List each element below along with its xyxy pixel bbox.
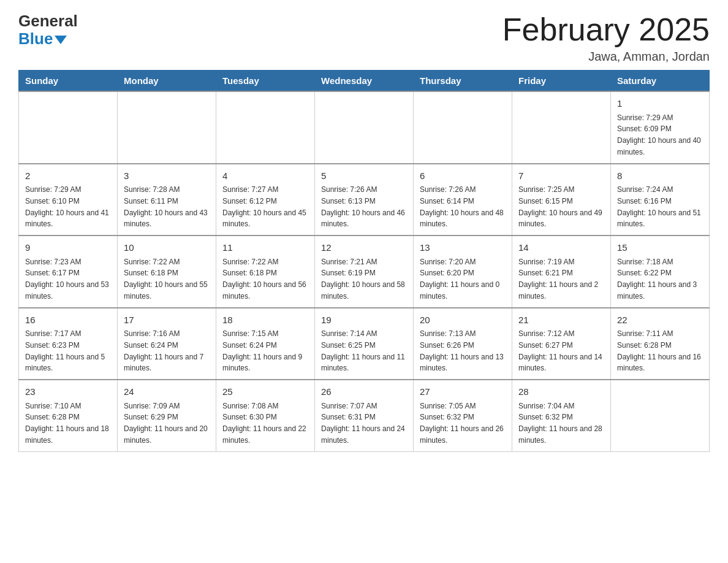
calendar-cell: 13Sunrise: 7:20 AMSunset: 6:20 PMDayligh… [414,236,512,308]
day-info: Sunrise: 7:24 AMSunset: 6:16 PMDaylight:… [617,185,701,228]
calendar-cell: 23Sunrise: 7:10 AMSunset: 6:28 PMDayligh… [19,380,118,451]
day-number: 2 [25,169,111,183]
day-number: 8 [617,169,703,183]
day-number: 11 [222,241,308,255]
day-header-thursday: Thursday [414,71,512,92]
logo: General Blue [18,12,78,47]
calendar-cell: 21Sunrise: 7:12 AMSunset: 6:27 PMDayligh… [512,308,611,380]
day-info: Sunrise: 7:29 AMSunset: 6:09 PMDaylight:… [617,113,701,156]
day-info: Sunrise: 7:15 AMSunset: 6:24 PMDaylight:… [222,329,302,372]
week-row-3: 9Sunrise: 7:23 AMSunset: 6:17 PMDaylight… [19,236,710,308]
calendar-cell: 2Sunrise: 7:29 AMSunset: 6:10 PMDaylight… [19,164,118,236]
day-number: 21 [518,313,604,327]
day-info: Sunrise: 7:19 AMSunset: 6:21 PMDaylight:… [518,258,598,301]
calendar-table: SundayMondayTuesdayWednesdayThursdayFrid… [18,70,710,452]
calendar-cell: 14Sunrise: 7:19 AMSunset: 6:21 PMDayligh… [512,236,611,308]
day-header-row: SundayMondayTuesdayWednesdayThursdayFrid… [19,71,710,92]
day-header-monday: Monday [118,71,216,92]
day-number: 23 [25,385,111,399]
day-info: Sunrise: 7:28 AMSunset: 6:11 PMDaylight:… [124,185,208,228]
calendar-header: SundayMondayTuesdayWednesdayThursdayFrid… [19,71,710,92]
calendar-cell [19,91,118,164]
calendar-cell [118,91,216,164]
page-header: General Blue February 2025 Jawa, Amman, … [18,12,710,64]
calendar-cell: 26Sunrise: 7:07 AMSunset: 6:31 PMDayligh… [315,380,414,451]
calendar-cell: 8Sunrise: 7:24 AMSunset: 6:16 PMDaylight… [611,164,710,236]
calendar-cell: 1Sunrise: 7:29 AMSunset: 6:09 PMDaylight… [611,91,710,164]
calendar-cell: 4Sunrise: 7:27 AMSunset: 6:12 PMDaylight… [216,164,315,236]
week-row-4: 16Sunrise: 7:17 AMSunset: 6:23 PMDayligh… [19,308,710,380]
day-header-sunday: Sunday [19,71,118,92]
day-number: 26 [321,385,407,399]
day-header-tuesday: Tuesday [216,71,315,92]
calendar-cell [414,91,512,164]
calendar-cell: 24Sunrise: 7:09 AMSunset: 6:29 PMDayligh… [118,380,216,451]
day-info: Sunrise: 7:16 AMSunset: 6:24 PMDaylight:… [124,329,203,372]
calendar-cell: 10Sunrise: 7:22 AMSunset: 6:18 PMDayligh… [118,236,216,308]
day-info: Sunrise: 7:25 AMSunset: 6:15 PMDaylight:… [518,185,602,228]
day-info: Sunrise: 7:17 AMSunset: 6:23 PMDaylight:… [25,329,105,372]
calendar-cell [315,91,414,164]
day-number: 15 [617,241,703,255]
day-info: Sunrise: 7:29 AMSunset: 6:10 PMDaylight:… [25,185,109,228]
day-info: Sunrise: 7:26 AMSunset: 6:13 PMDaylight:… [321,185,405,228]
calendar-cell: 6Sunrise: 7:26 AMSunset: 6:14 PMDaylight… [414,164,512,236]
week-row-1: 1Sunrise: 7:29 AMSunset: 6:09 PMDaylight… [19,91,710,164]
day-info: Sunrise: 7:10 AMSunset: 6:28 PMDaylight:… [25,402,109,445]
day-number: 10 [124,241,210,255]
calendar-cell: 27Sunrise: 7:05 AMSunset: 6:32 PMDayligh… [414,380,512,451]
day-number: 4 [222,169,308,183]
calendar-cell: 22Sunrise: 7:11 AMSunset: 6:28 PMDayligh… [611,308,710,380]
calendar-cell: 7Sunrise: 7:25 AMSunset: 6:15 PMDaylight… [512,164,611,236]
calendar-cell: 11Sunrise: 7:22 AMSunset: 6:18 PMDayligh… [216,236,315,308]
day-number: 20 [420,313,506,327]
calendar-body: 1Sunrise: 7:29 AMSunset: 6:09 PMDaylight… [19,91,710,451]
location-subtitle: Jawa, Amman, Jordan [502,50,710,64]
day-info: Sunrise: 7:22 AMSunset: 6:18 PMDaylight:… [222,258,306,301]
calendar-cell: 3Sunrise: 7:28 AMSunset: 6:11 PMDaylight… [118,164,216,236]
day-number: 24 [124,385,210,399]
calendar-cell: 17Sunrise: 7:16 AMSunset: 6:24 PMDayligh… [118,308,216,380]
day-info: Sunrise: 7:26 AMSunset: 6:14 PMDaylight:… [420,185,504,228]
day-info: Sunrise: 7:27 AMSunset: 6:12 PMDaylight:… [222,185,306,228]
day-number: 27 [420,385,506,399]
day-number: 3 [124,169,210,183]
week-row-5: 23Sunrise: 7:10 AMSunset: 6:28 PMDayligh… [19,380,710,451]
day-number: 18 [222,313,308,327]
calendar-cell: 19Sunrise: 7:14 AMSunset: 6:25 PMDayligh… [315,308,414,380]
day-info: Sunrise: 7:23 AMSunset: 6:17 PMDaylight:… [25,258,109,301]
day-number: 6 [420,169,506,183]
day-info: Sunrise: 7:21 AMSunset: 6:19 PMDaylight:… [321,258,405,301]
day-number: 1 [617,97,703,111]
day-info: Sunrise: 7:22 AMSunset: 6:18 PMDaylight:… [124,258,208,301]
logo-triangle-icon [55,36,67,44]
logo-blue-text: Blue [18,30,67,48]
calendar-cell [512,91,611,164]
day-info: Sunrise: 7:05 AMSunset: 6:32 PMDaylight:… [420,402,504,445]
calendar-cell: 18Sunrise: 7:15 AMSunset: 6:24 PMDayligh… [216,308,315,380]
day-number: 14 [518,241,604,255]
day-number: 16 [25,313,111,327]
title-block: February 2025 Jawa, Amman, Jordan [502,12,710,64]
day-info: Sunrise: 7:14 AMSunset: 6:25 PMDaylight:… [321,329,405,372]
day-info: Sunrise: 7:13 AMSunset: 6:26 PMDaylight:… [420,329,504,372]
calendar-cell: 12Sunrise: 7:21 AMSunset: 6:19 PMDayligh… [315,236,414,308]
day-header-wednesday: Wednesday [315,71,414,92]
day-info: Sunrise: 7:18 AMSunset: 6:22 PMDaylight:… [617,258,697,301]
calendar-cell [216,91,315,164]
day-info: Sunrise: 7:04 AMSunset: 6:32 PMDaylight:… [518,402,602,445]
day-number: 9 [25,241,111,255]
day-number: 5 [321,169,407,183]
day-header-saturday: Saturday [611,71,710,92]
day-info: Sunrise: 7:20 AMSunset: 6:20 PMDaylight:… [420,258,499,301]
day-number: 25 [222,385,308,399]
calendar-cell: 9Sunrise: 7:23 AMSunset: 6:17 PMDaylight… [19,236,118,308]
day-info: Sunrise: 7:07 AMSunset: 6:31 PMDaylight:… [321,402,405,445]
day-number: 13 [420,241,506,255]
calendar-cell: 5Sunrise: 7:26 AMSunset: 6:13 PMDaylight… [315,164,414,236]
day-info: Sunrise: 7:09 AMSunset: 6:29 PMDaylight:… [124,402,208,445]
day-number: 22 [617,313,703,327]
day-info: Sunrise: 7:12 AMSunset: 6:27 PMDaylight:… [518,329,602,372]
day-info: Sunrise: 7:08 AMSunset: 6:30 PMDaylight:… [222,402,306,445]
day-number: 7 [518,169,604,183]
